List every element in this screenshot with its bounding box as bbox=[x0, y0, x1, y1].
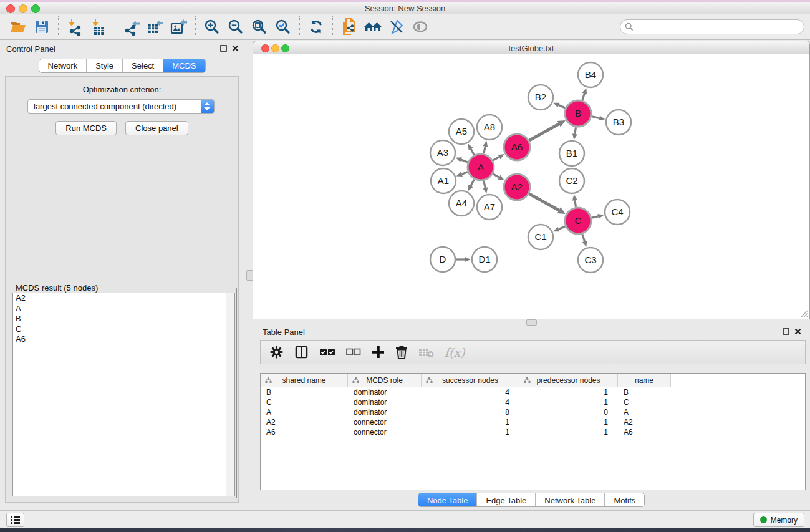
deselect-all-icon[interactable] bbox=[346, 348, 361, 356]
tree-icon bbox=[265, 377, 272, 384]
mcds-result-list[interactable]: A2ABCA6 bbox=[12, 293, 235, 496]
table-row[interactable]: Cdominator41C bbox=[261, 397, 805, 407]
tree-icon bbox=[352, 377, 359, 384]
criterion-dropdown[interactable]: largest connected component (directed) bbox=[27, 99, 215, 114]
tab-network-table[interactable]: Network Table bbox=[535, 493, 604, 507]
table-row[interactable]: Adominator80A bbox=[261, 407, 805, 417]
task-history-button[interactable] bbox=[6, 513, 24, 527]
column-header-predecessor-nodes[interactable]: predecessor nodes bbox=[519, 374, 618, 387]
columns-icon[interactable] bbox=[294, 345, 309, 359]
graph-node-B1[interactable]: B1 bbox=[559, 141, 584, 166]
edge-B-B4 bbox=[582, 88, 587, 100]
export-table-icon[interactable] bbox=[143, 16, 167, 38]
refresh-icon[interactable] bbox=[304, 16, 328, 38]
mcds-result-item[interactable]: A6 bbox=[13, 334, 234, 345]
edge-C-C4 bbox=[592, 214, 604, 219]
graph-node-A5[interactable]: A5 bbox=[449, 119, 474, 144]
zoom-selected-icon[interactable] bbox=[271, 16, 295, 38]
mcds-result-item[interactable]: C bbox=[13, 324, 234, 335]
import-network-icon[interactable] bbox=[63, 16, 87, 38]
graph-node-A1[interactable]: A1 bbox=[431, 168, 456, 193]
svg-text:C2: C2 bbox=[566, 175, 577, 186]
zoom-out-icon[interactable] bbox=[224, 16, 248, 38]
column-header-mcds-role[interactable]: MCDS role bbox=[348, 374, 422, 387]
memory-button[interactable]: Memory bbox=[753, 513, 804, 527]
tab-motifs[interactable]: Motifs bbox=[604, 493, 644, 507]
memory-status-icon bbox=[760, 516, 767, 523]
table-row[interactable]: Bdominator41B bbox=[261, 387, 805, 397]
close-panel-icon[interactable] bbox=[232, 45, 239, 52]
graph-node-D1[interactable]: D1 bbox=[472, 247, 497, 272]
svg-text:A3: A3 bbox=[437, 147, 448, 158]
table-tabs-wrap: Node TableEdge TableNetwork TableMotifs bbox=[253, 493, 810, 507]
graph-node-A6[interactable]: A6 bbox=[504, 134, 530, 160]
export-image-icon[interactable] bbox=[167, 16, 191, 38]
graph-node-C2[interactable]: C2 bbox=[559, 168, 584, 193]
graph-node-C1[interactable]: C1 bbox=[528, 225, 553, 249]
fx-icon[interactable]: f(x) bbox=[445, 346, 465, 359]
graph-node-C[interactable]: C bbox=[565, 208, 591, 234]
run-mcds-button[interactable]: Run MCDS bbox=[55, 121, 117, 135]
export-network-icon[interactable] bbox=[120, 16, 143, 38]
column-header-name[interactable]: name bbox=[618, 374, 671, 387]
save-session-icon[interactable] bbox=[30, 16, 54, 38]
column-header-shared-name[interactable]: shared name bbox=[261, 374, 348, 387]
graph-node-B4[interactable]: B4 bbox=[578, 62, 603, 87]
network-window-titlebar[interactable]: testGlobe.txt bbox=[253, 41, 810, 54]
add-row-icon[interactable] bbox=[372, 346, 385, 359]
select-all-icon[interactable] bbox=[319, 347, 335, 357]
open-file-icon[interactable] bbox=[6, 16, 30, 38]
graph-node-A4[interactable]: A4 bbox=[449, 191, 474, 216]
graph-node-A3[interactable]: A3 bbox=[430, 140, 455, 165]
main-toolbar bbox=[0, 14, 810, 40]
home-view-icon[interactable] bbox=[361, 16, 385, 38]
list-scrollbar[interactable] bbox=[226, 293, 234, 496]
graph-node-A7[interactable]: A7 bbox=[477, 195, 502, 220]
hide-panel-icon[interactable] bbox=[385, 16, 408, 38]
import-table-icon[interactable] bbox=[87, 16, 110, 38]
tab-mcds[interactable]: MCDS bbox=[163, 59, 205, 72]
gear-icon[interactable] bbox=[269, 345, 284, 359]
float-panel-icon[interactable] bbox=[220, 45, 227, 52]
tab-edge-table[interactable]: Edge Table bbox=[476, 493, 535, 507]
mcds-result-item[interactable]: A2 bbox=[13, 293, 234, 304]
column-header-successor-nodes[interactable]: successor nodes bbox=[422, 374, 519, 387]
toolbar-separator bbox=[115, 16, 115, 37]
table-cell: A6 bbox=[618, 428, 671, 437]
graph-node-A2[interactable]: A2 bbox=[504, 174, 530, 200]
svg-text:B3: B3 bbox=[613, 117, 624, 127]
table-row[interactable]: A2connector11A2 bbox=[261, 417, 805, 427]
mcds-result-item[interactable]: A bbox=[13, 304, 234, 314]
zoom-in-icon[interactable] bbox=[200, 16, 224, 38]
graph-node-B[interactable]: B bbox=[565, 100, 591, 127]
delete-table-icon[interactable] bbox=[418, 347, 434, 358]
table-row[interactable]: A6connector11A6 bbox=[261, 427, 805, 437]
zoom-fit-icon[interactable] bbox=[248, 16, 271, 38]
resize-grip-icon[interactable] bbox=[799, 309, 808, 317]
graph-node-C3[interactable]: C3 bbox=[578, 248, 603, 273]
search-input[interactable] bbox=[620, 19, 804, 34]
new-network-icon[interactable] bbox=[337, 16, 361, 38]
eye-icon[interactable] bbox=[408, 16, 432, 38]
mcds-result-item[interactable]: B bbox=[13, 314, 234, 324]
float-table-panel-icon[interactable] bbox=[783, 328, 789, 335]
tab-select[interactable]: Select bbox=[122, 59, 163, 72]
graph-node-C4[interactable]: C4 bbox=[605, 200, 630, 225]
graph-node-A[interactable]: A bbox=[468, 154, 494, 180]
delete-row-icon[interactable] bbox=[395, 345, 408, 359]
toolbar-separator bbox=[195, 16, 196, 37]
close-panel-button[interactable]: Close panel bbox=[125, 121, 188, 135]
network-canvas[interactable]: AA1A2A3A4A5A6A7A8BB1B2B3B4CC1C2C3C4DD1 bbox=[253, 54, 810, 319]
table-panel-title: Table Panel bbox=[263, 327, 305, 337]
tab-node-table[interactable]: Node Table bbox=[418, 493, 477, 507]
graph-node-B3[interactable]: B3 bbox=[606, 110, 631, 135]
graph-node-D[interactable]: D bbox=[430, 247, 455, 272]
table-cell: dominator bbox=[348, 388, 422, 397]
close-table-panel-icon[interactable] bbox=[794, 328, 801, 335]
svg-text:C1: C1 bbox=[534, 231, 546, 242]
graph-node-B2[interactable]: B2 bbox=[528, 85, 553, 110]
tab-network[interactable]: Network bbox=[39, 59, 86, 72]
tab-style[interactable]: Style bbox=[86, 59, 122, 72]
table-cell: B bbox=[618, 388, 671, 397]
graph-node-A8[interactable]: A8 bbox=[477, 115, 502, 140]
